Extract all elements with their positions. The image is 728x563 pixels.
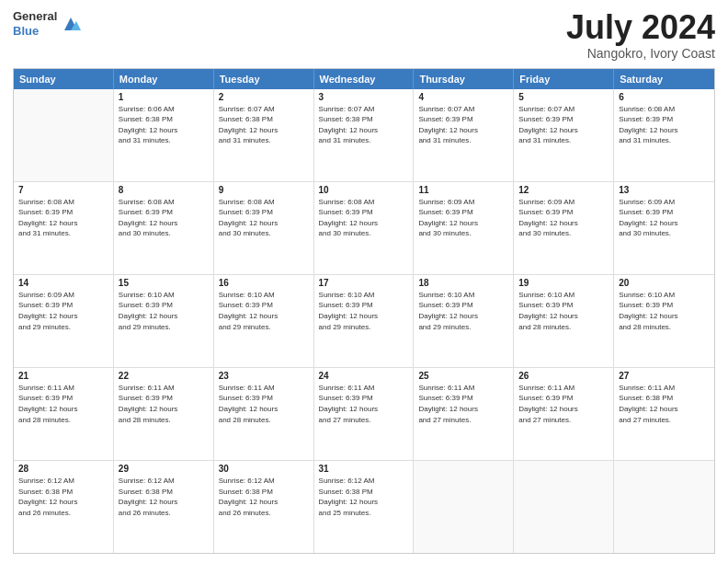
day-number: 17 bbox=[319, 278, 409, 288]
cell-text: Sunrise: 6:10 AMSunset: 6:39 PMDaylight:… bbox=[219, 290, 309, 332]
day-number: 21 bbox=[18, 371, 108, 381]
calendar-cell: 18Sunrise: 6:10 AMSunset: 6:39 PMDayligh… bbox=[414, 275, 514, 367]
calendar-cell bbox=[14, 89, 114, 181]
cell-text: Sunrise: 6:08 AMSunset: 6:39 PMDaylight:… bbox=[619, 104, 710, 146]
calendar-body: 1Sunrise: 6:06 AMSunset: 6:38 PMDaylight… bbox=[14, 89, 714, 553]
calendar-row: 28Sunrise: 6:12 AMSunset: 6:38 PMDayligh… bbox=[14, 461, 714, 553]
day-number: 8 bbox=[119, 185, 209, 195]
day-number: 4 bbox=[418, 92, 508, 102]
day-number: 30 bbox=[219, 464, 309, 474]
cell-text: Sunrise: 6:08 AMSunset: 6:39 PMDaylight:… bbox=[119, 197, 209, 239]
calendar-cell: 17Sunrise: 6:10 AMSunset: 6:39 PMDayligh… bbox=[314, 275, 415, 367]
calendar-cell: 7Sunrise: 6:08 AMSunset: 6:39 PMDaylight… bbox=[14, 182, 114, 274]
day-number: 25 bbox=[418, 371, 508, 381]
cell-text: Sunrise: 6:07 AMSunset: 6:38 PMDaylight:… bbox=[319, 104, 409, 146]
calendar-cell: 13Sunrise: 6:09 AMSunset: 6:39 PMDayligh… bbox=[614, 182, 714, 274]
cell-text: Sunrise: 6:08 AMSunset: 6:39 PMDaylight:… bbox=[219, 197, 309, 239]
calendar-header-cell: Sunday bbox=[14, 69, 114, 89]
cell-text: Sunrise: 6:12 AMSunset: 6:38 PMDaylight:… bbox=[319, 476, 409, 518]
logo: General Blue bbox=[13, 9, 81, 38]
calendar-cell: 2Sunrise: 6:07 AMSunset: 6:38 PMDaylight… bbox=[214, 89, 314, 181]
day-number: 22 bbox=[119, 371, 209, 381]
cell-text: Sunrise: 6:11 AMSunset: 6:39 PMDaylight:… bbox=[18, 383, 108, 425]
calendar-cell: 6Sunrise: 6:08 AMSunset: 6:39 PMDaylight… bbox=[614, 89, 714, 181]
calendar-header: SundayMondayTuesdayWednesdayThursdayFrid… bbox=[14, 69, 714, 89]
calendar-header-cell: Friday bbox=[514, 69, 614, 89]
day-number: 18 bbox=[418, 278, 508, 288]
title-location: Nangokro, Ivory Coast bbox=[566, 46, 715, 61]
calendar-header-cell: Saturday bbox=[614, 69, 714, 89]
day-number: 28 bbox=[18, 464, 108, 474]
cell-text: Sunrise: 6:12 AMSunset: 6:38 PMDaylight:… bbox=[119, 476, 209, 518]
calendar-cell: 1Sunrise: 6:06 AMSunset: 6:38 PMDaylight… bbox=[114, 89, 214, 181]
cell-text: Sunrise: 6:09 AMSunset: 6:39 PMDaylight:… bbox=[18, 290, 108, 332]
cell-text: Sunrise: 6:11 AMSunset: 6:39 PMDaylight:… bbox=[518, 383, 609, 425]
calendar-cell: 5Sunrise: 6:07 AMSunset: 6:39 PMDaylight… bbox=[514, 89, 614, 181]
day-number: 7 bbox=[18, 185, 108, 195]
calendar-cell: 26Sunrise: 6:11 AMSunset: 6:39 PMDayligh… bbox=[514, 368, 614, 460]
day-number: 19 bbox=[518, 278, 609, 288]
day-number: 24 bbox=[319, 371, 409, 381]
page: General Blue July 2024 Nangokro, Ivory C… bbox=[0, 0, 728, 563]
calendar-cell: 22Sunrise: 6:11 AMSunset: 6:39 PMDayligh… bbox=[114, 368, 214, 460]
day-number: 13 bbox=[619, 185, 710, 195]
day-number: 10 bbox=[319, 185, 409, 195]
calendar-cell: 30Sunrise: 6:12 AMSunset: 6:38 PMDayligh… bbox=[214, 461, 314, 553]
day-number: 2 bbox=[219, 92, 309, 102]
cell-text: Sunrise: 6:09 AMSunset: 6:39 PMDaylight:… bbox=[418, 197, 508, 239]
header: General Blue July 2024 Nangokro, Ivory C… bbox=[13, 9, 715, 61]
title-block: July 2024 Nangokro, Ivory Coast bbox=[566, 9, 715, 61]
cell-text: Sunrise: 6:11 AMSunset: 6:39 PMDaylight:… bbox=[119, 383, 209, 425]
cell-text: Sunrise: 6:06 AMSunset: 6:38 PMDaylight:… bbox=[119, 104, 209, 146]
day-number: 1 bbox=[119, 92, 209, 102]
calendar-row: 21Sunrise: 6:11 AMSunset: 6:39 PMDayligh… bbox=[14, 368, 714, 461]
day-number: 29 bbox=[119, 464, 209, 474]
cell-text: Sunrise: 6:07 AMSunset: 6:39 PMDaylight:… bbox=[418, 104, 508, 146]
cell-text: Sunrise: 6:12 AMSunset: 6:38 PMDaylight:… bbox=[219, 476, 309, 518]
cell-text: Sunrise: 6:10 AMSunset: 6:39 PMDaylight:… bbox=[619, 290, 710, 332]
calendar-cell: 4Sunrise: 6:07 AMSunset: 6:39 PMDaylight… bbox=[414, 89, 514, 181]
cell-text: Sunrise: 6:10 AMSunset: 6:39 PMDaylight:… bbox=[418, 290, 508, 332]
day-number: 12 bbox=[518, 185, 609, 195]
logo-text: General Blue bbox=[13, 9, 57, 38]
calendar-cell: 19Sunrise: 6:10 AMSunset: 6:39 PMDayligh… bbox=[514, 275, 614, 367]
calendar-cell: 25Sunrise: 6:11 AMSunset: 6:39 PMDayligh… bbox=[414, 368, 514, 460]
cell-text: Sunrise: 6:11 AMSunset: 6:39 PMDaylight:… bbox=[418, 383, 508, 425]
day-number: 15 bbox=[119, 278, 209, 288]
calendar-cell bbox=[414, 461, 514, 553]
calendar-cell: 31Sunrise: 6:12 AMSunset: 6:38 PMDayligh… bbox=[314, 461, 415, 553]
calendar-cell: 11Sunrise: 6:09 AMSunset: 6:39 PMDayligh… bbox=[414, 182, 514, 274]
calendar-row: 14Sunrise: 6:09 AMSunset: 6:39 PMDayligh… bbox=[14, 275, 714, 368]
calendar-cell: 27Sunrise: 6:11 AMSunset: 6:38 PMDayligh… bbox=[614, 368, 714, 460]
cell-text: Sunrise: 6:09 AMSunset: 6:39 PMDaylight:… bbox=[619, 197, 710, 239]
day-number: 5 bbox=[518, 92, 609, 102]
cell-text: Sunrise: 6:12 AMSunset: 6:38 PMDaylight:… bbox=[18, 476, 108, 518]
calendar-cell: 12Sunrise: 6:09 AMSunset: 6:39 PMDayligh… bbox=[514, 182, 614, 274]
day-number: 14 bbox=[18, 278, 108, 288]
calendar-cell: 8Sunrise: 6:08 AMSunset: 6:39 PMDaylight… bbox=[114, 182, 214, 274]
calendar-cell: 3Sunrise: 6:07 AMSunset: 6:38 PMDaylight… bbox=[314, 89, 415, 181]
calendar-cell bbox=[614, 461, 714, 553]
calendar-header-cell: Wednesday bbox=[314, 69, 415, 89]
calendar-cell: 23Sunrise: 6:11 AMSunset: 6:39 PMDayligh… bbox=[214, 368, 314, 460]
logo-blue: Blue bbox=[13, 24, 57, 39]
day-number: 23 bbox=[219, 371, 309, 381]
calendar-cell: 28Sunrise: 6:12 AMSunset: 6:38 PMDayligh… bbox=[14, 461, 114, 553]
day-number: 3 bbox=[319, 92, 409, 102]
cell-text: Sunrise: 6:07 AMSunset: 6:39 PMDaylight:… bbox=[518, 104, 609, 146]
calendar-header-cell: Thursday bbox=[414, 69, 514, 89]
calendar-header-cell: Monday bbox=[114, 69, 214, 89]
cell-text: Sunrise: 6:10 AMSunset: 6:39 PMDaylight:… bbox=[518, 290, 609, 332]
calendar-cell: 29Sunrise: 6:12 AMSunset: 6:38 PMDayligh… bbox=[114, 461, 214, 553]
calendar-cell: 20Sunrise: 6:10 AMSunset: 6:39 PMDayligh… bbox=[614, 275, 714, 367]
calendar-header-cell: Tuesday bbox=[214, 69, 314, 89]
calendar: SundayMondayTuesdayWednesdayThursdayFrid… bbox=[13, 68, 715, 554]
cell-text: Sunrise: 6:11 AMSunset: 6:38 PMDaylight:… bbox=[619, 383, 710, 425]
day-number: 11 bbox=[418, 185, 508, 195]
logo-general: General bbox=[13, 9, 57, 24]
calendar-cell bbox=[514, 461, 614, 553]
cell-text: Sunrise: 6:09 AMSunset: 6:39 PMDaylight:… bbox=[518, 197, 609, 239]
cell-text: Sunrise: 6:08 AMSunset: 6:39 PMDaylight:… bbox=[319, 197, 409, 239]
day-number: 26 bbox=[518, 371, 609, 381]
cell-text: Sunrise: 6:08 AMSunset: 6:39 PMDaylight:… bbox=[18, 197, 108, 239]
